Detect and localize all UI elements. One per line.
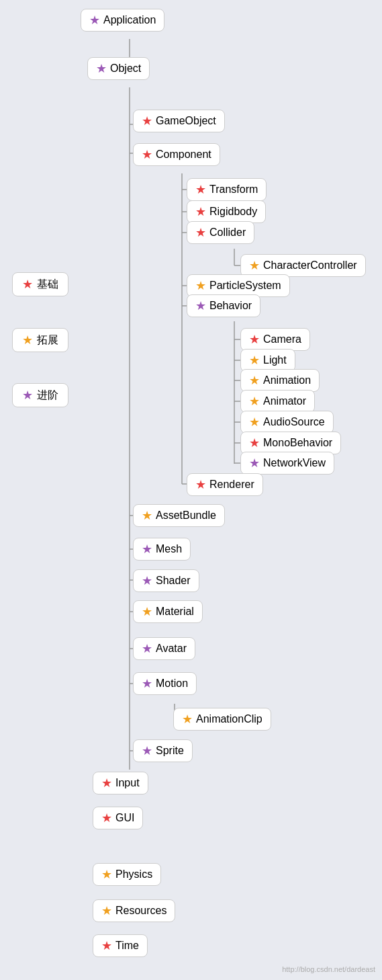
material-star: ★ [142, 604, 152, 619]
rigidbody-star: ★ [195, 204, 206, 219]
avatar-label: Avatar [156, 643, 187, 655]
time-star: ★ [101, 938, 112, 953]
light-star: ★ [249, 353, 260, 368]
gameobject-star: ★ [142, 114, 152, 128]
particlesystem-node[interactable]: ★ ParticleSystem [187, 274, 290, 297]
resources-node[interactable]: ★ Resources [93, 899, 175, 922]
application-star: ★ [89, 13, 100, 28]
animation-label: Animation [263, 374, 311, 386]
legend-advanced-label: 进阶 [37, 389, 58, 403]
physics-label: Physics [115, 868, 152, 881]
input-star: ★ [101, 776, 112, 790]
motion-label: Motion [156, 678, 188, 690]
input-label: Input [115, 777, 140, 789]
shader-label: Shader [156, 575, 191, 587]
monobehavior-label: MonoBehavior [263, 437, 332, 449]
sprite-node[interactable]: ★ Sprite [133, 739, 193, 762]
animator-node[interactable]: ★ Animator [240, 390, 315, 413]
object-label: Object [110, 63, 141, 75]
rigidbody-node[interactable]: ★ Rigidbody [187, 200, 266, 223]
legend-basic-label: 基础 [37, 278, 58, 292]
gui-star: ★ [101, 811, 112, 825]
watermark: http://blog.csdn.net/dardeast [282, 965, 375, 973]
avatar-node[interactable]: ★ Avatar [133, 637, 195, 660]
material-label: Material [156, 606, 194, 618]
assetbundle-label: AssetBundle [156, 509, 216, 522]
light-node[interactable]: ★ Light [240, 349, 295, 372]
time-node[interactable]: ★ Time [93, 934, 148, 957]
gameobject-node[interactable]: ★ GameObject [133, 110, 225, 132]
physics-star: ★ [101, 867, 112, 882]
audiosource-node[interactable]: ★ AudioSource [240, 411, 334, 434]
input-node[interactable]: ★ Input [93, 772, 148, 794]
shader-node[interactable]: ★ Shader [133, 569, 199, 592]
legend-expand-star: ★ [22, 333, 33, 348]
light-label: Light [263, 354, 287, 366]
time-label: Time [115, 940, 139, 952]
mesh-node[interactable]: ★ Mesh [133, 538, 191, 561]
object-star: ★ [96, 61, 107, 76]
object-node[interactable]: ★ Object [87, 57, 150, 80]
rigidbody-label: Rigidbody [209, 206, 257, 218]
charactercontroller-star: ★ [249, 258, 260, 273]
animationclip-node[interactable]: ★ AnimationClip [173, 708, 271, 731]
monobehavior-node[interactable]: ★ MonoBehavior [240, 432, 341, 454]
networkview-node[interactable]: ★ NetworkView [240, 452, 334, 475]
networkview-label: NetworkView [263, 457, 326, 469]
assetbundle-node[interactable]: ★ AssetBundle [133, 504, 225, 527]
gui-node[interactable]: ★ GUI [93, 807, 143, 829]
particlesystem-label: ParticleSystem [209, 280, 281, 292]
renderer-node[interactable]: ★ Renderer [187, 473, 263, 496]
component-star: ★ [142, 147, 152, 162]
mesh-label: Mesh [156, 543, 182, 555]
networkview-star: ★ [249, 456, 260, 471]
charactercontroller-label: CharacterController [263, 259, 357, 272]
legend-advanced: ★ 进阶 [12, 383, 68, 407]
sprite-star: ★ [142, 743, 152, 758]
renderer-star: ★ [195, 477, 206, 492]
animationclip-label: AnimationClip [196, 713, 262, 725]
gui-label: GUI [115, 812, 134, 824]
legend-basic: ★ 基础 [12, 272, 68, 296]
sprite-label: Sprite [156, 745, 184, 757]
component-label: Component [156, 149, 211, 161]
collider-label: Collider [209, 227, 246, 239]
transform-star: ★ [195, 182, 206, 197]
avatar-star: ★ [142, 641, 152, 656]
animator-label: Animator [263, 395, 306, 407]
legend-basic-star: ★ [22, 277, 33, 292]
legend-expand: ★ 拓展 [12, 328, 68, 352]
mesh-star: ★ [142, 542, 152, 557]
transform-label: Transform [209, 183, 258, 196]
resources-label: Resources [115, 905, 166, 917]
audiosource-star: ★ [249, 415, 260, 430]
behavior-star: ★ [195, 298, 206, 313]
animator-star: ★ [249, 394, 260, 409]
camera-node[interactable]: ★ Camera [240, 328, 310, 351]
application-label: Application [103, 14, 156, 26]
behavior-node[interactable]: ★ Behavior [187, 294, 260, 317]
animation-node[interactable]: ★ Animation [240, 369, 320, 392]
resources-star: ★ [101, 903, 112, 918]
gameobject-label: GameObject [156, 115, 216, 127]
animation-star: ★ [249, 373, 260, 388]
transform-node[interactable]: ★ Transform [187, 178, 267, 201]
renderer-label: Renderer [209, 479, 254, 491]
motion-node[interactable]: ★ Motion [133, 672, 197, 695]
collider-star: ★ [195, 225, 206, 240]
application-node[interactable]: ★ Application [81, 9, 164, 32]
animationclip-star: ★ [182, 712, 193, 727]
collider-node[interactable]: ★ Collider [187, 221, 254, 244]
behavior-label: Behavior [209, 300, 252, 312]
motion-star: ★ [142, 676, 152, 691]
audiosource-label: AudioSource [263, 416, 325, 428]
physics-node[interactable]: ★ Physics [93, 863, 161, 886]
charactercontroller-node[interactable]: ★ CharacterController [240, 254, 366, 277]
monobehavior-star: ★ [249, 436, 260, 450]
component-node[interactable]: ★ Component [133, 143, 220, 166]
legend-advanced-star: ★ [22, 388, 33, 403]
camera-label: Camera [263, 333, 301, 345]
particlesystem-star: ★ [195, 278, 206, 293]
material-node[interactable]: ★ Material [133, 600, 203, 623]
camera-star: ★ [249, 332, 260, 347]
